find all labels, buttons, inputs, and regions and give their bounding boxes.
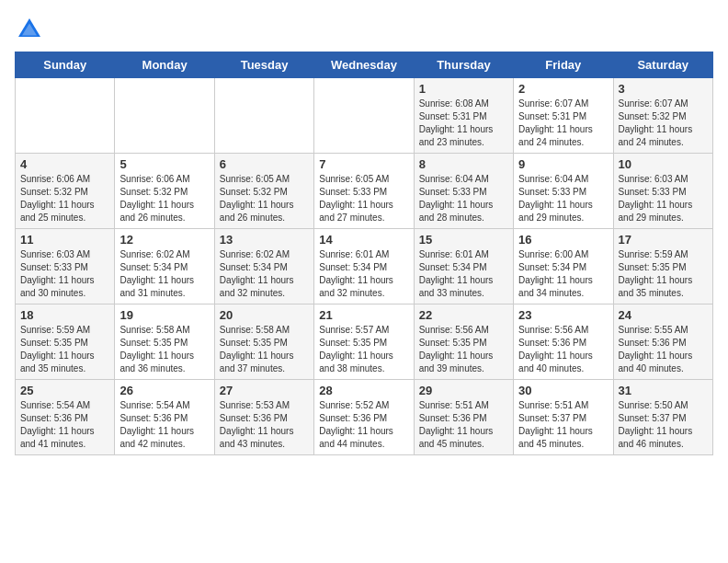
day-number: 4 xyxy=(20,157,109,171)
day-detail: Sunrise: 5:52 AM Sunset: 5:36 PM Dayligh… xyxy=(319,399,408,451)
day-detail: Sunrise: 6:02 AM Sunset: 5:34 PM Dayligh… xyxy=(119,248,209,300)
day-cell: 13Sunrise: 6:02 AM Sunset: 5:34 PM Dayli… xyxy=(214,229,313,304)
day-cell: 20Sunrise: 5:58 AM Sunset: 5:35 PM Dayli… xyxy=(214,304,313,380)
day-number: 20 xyxy=(220,308,309,322)
day-header-friday: Friday xyxy=(514,52,613,78)
day-cell: 1Sunrise: 6:08 AM Sunset: 5:31 PM Daylig… xyxy=(414,78,513,154)
day-detail: Sunrise: 6:01 AM Sunset: 5:34 PM Dayligh… xyxy=(419,248,508,300)
day-cell: 8Sunrise: 6:04 AM Sunset: 5:33 PM Daylig… xyxy=(414,154,513,229)
day-number: 1 xyxy=(419,82,508,96)
day-cell xyxy=(214,78,313,154)
header-row: SundayMondayTuesdayWednesdayThursdayFrid… xyxy=(16,52,713,78)
day-cell: 12Sunrise: 6:02 AM Sunset: 5:34 PM Dayli… xyxy=(115,229,214,304)
day-cell: 22Sunrise: 5:56 AM Sunset: 5:35 PM Dayli… xyxy=(414,304,513,380)
day-number: 9 xyxy=(518,157,608,171)
day-number: 25 xyxy=(20,384,109,397)
day-cell: 15Sunrise: 6:01 AM Sunset: 5:34 PM Dayli… xyxy=(414,229,513,304)
day-detail: Sunrise: 5:58 AM Sunset: 5:35 PM Dayligh… xyxy=(119,324,209,375)
day-number: 3 xyxy=(619,82,708,96)
day-number: 30 xyxy=(518,384,608,397)
day-number: 19 xyxy=(119,308,209,322)
day-detail: Sunrise: 5:54 AM Sunset: 5:36 PM Dayligh… xyxy=(20,399,109,451)
week-row-3: 11Sunrise: 6:03 AM Sunset: 5:33 PM Dayli… xyxy=(16,229,713,304)
day-cell: 27Sunrise: 5:53 AM Sunset: 5:36 PM Dayli… xyxy=(214,380,313,455)
day-detail: Sunrise: 5:50 AM Sunset: 5:37 PM Dayligh… xyxy=(619,399,708,451)
day-detail: Sunrise: 5:55 AM Sunset: 5:36 PM Dayligh… xyxy=(619,324,708,375)
day-detail: Sunrise: 6:03 AM Sunset: 5:33 PM Dayligh… xyxy=(20,248,109,300)
day-detail: Sunrise: 6:05 AM Sunset: 5:32 PM Dayligh… xyxy=(220,173,309,224)
day-number: 31 xyxy=(619,384,708,397)
day-number: 10 xyxy=(619,157,708,171)
day-detail: Sunrise: 5:54 AM Sunset: 5:36 PM Dayligh… xyxy=(119,399,209,451)
day-number: 7 xyxy=(319,157,408,171)
day-number: 11 xyxy=(20,233,109,247)
day-detail: Sunrise: 6:03 AM Sunset: 5:33 PM Dayligh… xyxy=(619,173,708,224)
day-cell: 17Sunrise: 5:59 AM Sunset: 5:35 PM Dayli… xyxy=(613,229,712,304)
day-cell: 6Sunrise: 6:05 AM Sunset: 5:32 PM Daylig… xyxy=(214,154,313,229)
page-header xyxy=(15,15,713,44)
day-number: 14 xyxy=(319,233,408,247)
day-number: 17 xyxy=(619,233,708,247)
day-number: 5 xyxy=(119,157,209,171)
day-cell xyxy=(314,78,414,154)
day-detail: Sunrise: 5:58 AM Sunset: 5:35 PM Dayligh… xyxy=(220,324,309,375)
day-cell: 31Sunrise: 5:50 AM Sunset: 5:37 PM Dayli… xyxy=(613,380,712,455)
day-detail: Sunrise: 6:08 AM Sunset: 5:31 PM Dayligh… xyxy=(419,98,508,149)
day-header-sunday: Sunday xyxy=(16,52,115,78)
day-detail: Sunrise: 5:59 AM Sunset: 5:35 PM Dayligh… xyxy=(619,248,708,300)
day-cell: 10Sunrise: 6:03 AM Sunset: 5:33 PM Dayli… xyxy=(613,154,712,229)
day-header-thursday: Thursday xyxy=(414,52,513,78)
day-cell: 25Sunrise: 5:54 AM Sunset: 5:36 PM Dayli… xyxy=(16,380,115,455)
day-cell: 24Sunrise: 5:55 AM Sunset: 5:36 PM Dayli… xyxy=(613,304,712,380)
day-detail: Sunrise: 6:07 AM Sunset: 5:31 PM Dayligh… xyxy=(518,98,608,149)
day-number: 18 xyxy=(20,308,109,322)
day-detail: Sunrise: 5:53 AM Sunset: 5:36 PM Dayligh… xyxy=(220,399,309,451)
day-cell: 19Sunrise: 5:58 AM Sunset: 5:35 PM Dayli… xyxy=(115,304,214,380)
day-cell: 3Sunrise: 6:07 AM Sunset: 5:32 PM Daylig… xyxy=(613,78,712,154)
day-cell: 2Sunrise: 6:07 AM Sunset: 5:31 PM Daylig… xyxy=(514,78,613,154)
day-number: 27 xyxy=(220,384,309,397)
day-cell: 4Sunrise: 6:06 AM Sunset: 5:32 PM Daylig… xyxy=(16,154,115,229)
day-number: 21 xyxy=(319,308,408,322)
week-row-1: 1Sunrise: 6:08 AM Sunset: 5:31 PM Daylig… xyxy=(16,78,713,154)
day-detail: Sunrise: 6:04 AM Sunset: 5:33 PM Dayligh… xyxy=(518,173,608,224)
day-header-tuesday: Tuesday xyxy=(214,52,313,78)
logo xyxy=(15,15,48,44)
day-cell: 30Sunrise: 5:51 AM Sunset: 5:37 PM Dayli… xyxy=(514,380,613,455)
day-number: 28 xyxy=(319,384,408,397)
day-cell: 9Sunrise: 6:04 AM Sunset: 5:33 PM Daylig… xyxy=(514,154,613,229)
week-row-5: 25Sunrise: 5:54 AM Sunset: 5:36 PM Dayli… xyxy=(16,380,713,455)
day-number: 24 xyxy=(619,308,708,322)
day-number: 8 xyxy=(419,157,508,171)
day-cell: 18Sunrise: 5:59 AM Sunset: 5:35 PM Dayli… xyxy=(16,304,115,380)
day-header-saturday: Saturday xyxy=(613,52,712,78)
day-cell: 7Sunrise: 6:05 AM Sunset: 5:33 PM Daylig… xyxy=(314,154,414,229)
day-number: 13 xyxy=(220,233,309,247)
calendar-table: SundayMondayTuesdayWednesdayThursdayFrid… xyxy=(15,52,713,455)
day-detail: Sunrise: 6:05 AM Sunset: 5:33 PM Dayligh… xyxy=(319,173,408,224)
day-number: 29 xyxy=(419,384,508,397)
day-cell: 16Sunrise: 6:00 AM Sunset: 5:34 PM Dayli… xyxy=(514,229,613,304)
day-number: 2 xyxy=(518,82,608,96)
day-detail: Sunrise: 5:56 AM Sunset: 5:35 PM Dayligh… xyxy=(419,324,508,375)
day-cell: 23Sunrise: 5:56 AM Sunset: 5:36 PM Dayli… xyxy=(514,304,613,380)
day-header-monday: Monday xyxy=(115,52,214,78)
day-detail: Sunrise: 5:51 AM Sunset: 5:37 PM Dayligh… xyxy=(518,399,608,451)
day-number: 15 xyxy=(419,233,508,247)
day-cell: 21Sunrise: 5:57 AM Sunset: 5:35 PM Dayli… xyxy=(314,304,414,380)
week-row-4: 18Sunrise: 5:59 AM Sunset: 5:35 PM Dayli… xyxy=(16,304,713,380)
day-detail: Sunrise: 6:01 AM Sunset: 5:34 PM Dayligh… xyxy=(319,248,408,300)
day-detail: Sunrise: 6:00 AM Sunset: 5:34 PM Dayligh… xyxy=(518,248,608,300)
day-cell: 28Sunrise: 5:52 AM Sunset: 5:36 PM Dayli… xyxy=(314,380,414,455)
week-row-2: 4Sunrise: 6:06 AM Sunset: 5:32 PM Daylig… xyxy=(16,154,713,229)
day-cell: 14Sunrise: 6:01 AM Sunset: 5:34 PM Dayli… xyxy=(314,229,414,304)
day-cell xyxy=(16,78,115,154)
day-number: 23 xyxy=(518,308,608,322)
day-detail: Sunrise: 6:06 AM Sunset: 5:32 PM Dayligh… xyxy=(119,173,209,224)
day-cell xyxy=(115,78,214,154)
day-cell: 11Sunrise: 6:03 AM Sunset: 5:33 PM Dayli… xyxy=(16,229,115,304)
day-cell: 5Sunrise: 6:06 AM Sunset: 5:32 PM Daylig… xyxy=(115,154,214,229)
day-number: 22 xyxy=(419,308,508,322)
logo-icon xyxy=(15,15,44,44)
day-cell: 26Sunrise: 5:54 AM Sunset: 5:36 PM Dayli… xyxy=(115,380,214,455)
